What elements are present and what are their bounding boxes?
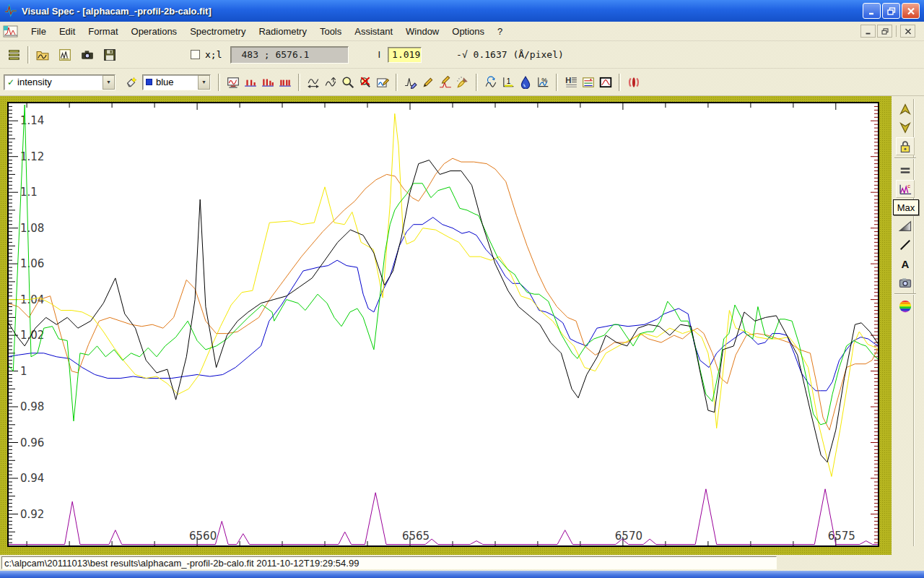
- dispersion-value: 0.1637 (Å/pixel): [474, 49, 564, 60]
- window-title: Visual Spec - [alphacam_-profil-2b-calo.…: [22, 6, 212, 17]
- pencil-spike-icon[interactable]: [437, 74, 454, 91]
- mdi-minimize-button[interactable]: [860, 25, 876, 38]
- eraser-icon[interactable]: [122, 74, 139, 91]
- sidebar-divider: [894, 158, 916, 159]
- rainbow-icon[interactable]: [896, 297, 915, 315]
- toolbar-separator: [218, 74, 220, 91]
- svg-text:6570: 6570: [615, 530, 642, 543]
- menu-spectrometry[interactable]: Spectrometry: [183, 23, 252, 40]
- water-drop-icon[interactable]: [517, 74, 534, 91]
- line-tool-icon[interactable]: [896, 236, 915, 254]
- right-tool-panel: c Max A: [892, 96, 924, 555]
- svg-text:6565: 6565: [402, 530, 430, 543]
- display-curve-icon[interactable]: [225, 74, 242, 91]
- menu-tools[interactable]: Tools: [313, 23, 348, 40]
- intensity-readout: 1.019: [388, 47, 422, 63]
- minimize-button[interactable]: [863, 3, 881, 19]
- bars-c-icon[interactable]: [276, 74, 294, 91]
- arrow-down-icon[interactable]: [896, 118, 915, 137]
- svg-text:1.06: 1.06: [20, 257, 44, 270]
- menu-bar: FileEditFormatOperationsSpectrometryRadi…: [0, 22, 924, 41]
- speaker-icon[interactable]: [625, 74, 642, 91]
- equals-icon[interactable]: [896, 161, 915, 179]
- camera2-icon[interactable]: [896, 273, 915, 291]
- menu-format[interactable]: Format: [82, 23, 124, 40]
- arrow-up-icon[interactable]: [896, 100, 915, 118]
- status-path-field: c:\alpcam\20111013\best results\alphacam…: [1, 556, 777, 569]
- sidebar-divider: [894, 293, 916, 295]
- series-select[interactable]: ✓ intensity ▼: [4, 74, 116, 90]
- coordinate-mode-label: x;l: [205, 49, 222, 60]
- lock-icon[interactable]: [896, 137, 915, 155]
- app-logo-icon: [4, 4, 17, 17]
- menu-window[interactable]: Window: [399, 23, 445, 40]
- svg-text:6560: 6560: [189, 530, 217, 543]
- menu-options[interactable]: Options: [445, 23, 491, 40]
- document-chart-icon: [3, 25, 19, 38]
- edit-chart-icon[interactable]: [374, 74, 391, 91]
- cursor-position-readout: 483 ; 6576.1: [230, 46, 349, 64]
- coordinate-mode-checkbox[interactable]: [191, 50, 200, 59]
- mdi-restore-button[interactable]: [877, 25, 892, 38]
- gradient-icon[interactable]: [896, 217, 915, 235]
- brush-icon[interactable]: [454, 74, 471, 91]
- svg-text:1.1: 1.1: [20, 186, 38, 199]
- rotate-curve-icon[interactable]: [482, 74, 500, 91]
- spectrum-toolbar: ✓ intensity ▼ blue ▼ 1%H: [0, 69, 924, 96]
- toolbar-separator: [556, 74, 558, 91]
- menu-operations[interactable]: Operations: [125, 23, 184, 40]
- zoom-icon[interactable]: [339, 74, 357, 91]
- chevron-down-icon[interactable]: ▼: [198, 75, 210, 90]
- svg-text:1.12: 1.12: [20, 150, 44, 163]
- zoom-remove-icon[interactable]: [357, 74, 374, 91]
- camera-icon[interactable]: [79, 46, 96, 64]
- open-curve-icon[interactable]: [34, 46, 51, 64]
- color-select-value: blue: [156, 77, 174, 87]
- chart-c-icon[interactable]: c: [896, 180, 915, 198]
- chart-lines-icon[interactable]: [580, 74, 597, 91]
- toolbar-separator: [476, 74, 478, 91]
- save-icon[interactable]: [101, 46, 118, 64]
- chevron-down-icon[interactable]: ▼: [103, 75, 115, 90]
- menu-radiometry[interactable]: Radiometry: [252, 23, 313, 40]
- chart-one-icon[interactable]: 1: [500, 74, 517, 91]
- svg-text:0.94: 0.94: [20, 472, 44, 485]
- bars-b-icon[interactable]: [259, 74, 276, 91]
- title-bar: Visual Spec - [alphacam_-profil-2b-calo.…: [0, 0, 924, 22]
- toolbar-separator: [619, 74, 621, 91]
- letter-a-icon[interactable]: A: [896, 254, 915, 272]
- max-tooltip: Max: [893, 199, 919, 215]
- window-bottom-edge: [0, 571, 924, 578]
- pencil-icon[interactable]: [419, 74, 437, 91]
- chart-file-icon[interactable]: [56, 46, 74, 64]
- radical-glyph: -√: [456, 49, 468, 60]
- toolbar-separator: [396, 74, 398, 91]
- main-toolbar: x;l 483 ; 6576.1 I 1.019 -√ 0.1637 (Å/pi…: [0, 41, 924, 69]
- menu-edit[interactable]: Edit: [53, 23, 82, 40]
- toolbar-separator: [27, 46, 30, 64]
- main-area: 0.920.940.960.9811.021.041.061.081.11.12…: [0, 96, 924, 555]
- chart-frame: 0.920.940.960.9811.021.041.061.081.11.12…: [0, 96, 892, 555]
- menu-file[interactable]: File: [25, 23, 53, 40]
- intensity-value: 1.019: [392, 49, 420, 60]
- chart-percent-icon[interactable]: %: [534, 74, 552, 91]
- file-path-text: c:\alpcam\20111013\best results\alphacam…: [4, 558, 359, 569]
- mdi-close-button[interactable]: [900, 25, 915, 38]
- shift-up-icon[interactable]: [322, 74, 339, 91]
- spectrum-plot[interactable]: 0.920.940.960.9811.021.041.061.081.11.12…: [7, 102, 879, 547]
- color-swatch-icon: [146, 79, 152, 85]
- svg-text:0.92: 0.92: [20, 508, 44, 521]
- close-button[interactable]: [902, 3, 920, 19]
- color-select[interactable]: blue ▼: [142, 74, 211, 90]
- framed-curve-icon[interactable]: [597, 74, 614, 91]
- restore-button[interactable]: [882, 3, 900, 19]
- spike-pen-icon[interactable]: [402, 74, 419, 91]
- mdi-separator: [896, 25, 897, 37]
- stretch-x-icon[interactable]: [305, 74, 322, 91]
- menu-assistant[interactable]: Assistant: [348, 23, 399, 40]
- menu-help[interactable]: ?: [491, 23, 509, 40]
- bars-a-icon[interactable]: [242, 74, 259, 91]
- dispersion-readout: -√ 0.1637 (Å/pixel): [456, 49, 564, 60]
- profiles-icon[interactable]: [6, 46, 23, 64]
- header-list-icon[interactable]: H: [562, 74, 580, 91]
